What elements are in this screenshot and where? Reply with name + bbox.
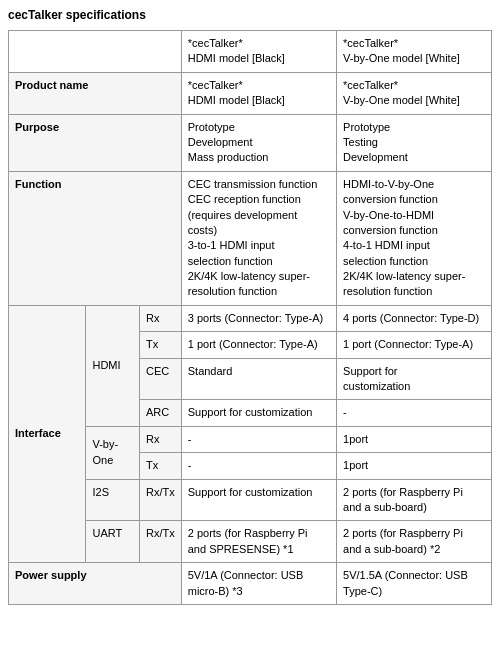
vbyone-rx-model1: - [181,426,336,452]
purpose-label: Purpose [9,114,182,171]
header-model1: *cecTalker* HDMI model [Black] [181,31,336,73]
power-supply-model2: 5V/1.5A (Connector: USB Type-C) [337,563,492,605]
interface-hdmi-rx-row: Interface HDMI Rx 3 ports (Connector: Ty… [9,305,492,331]
uart-group-label: UART [86,521,140,563]
purpose-row: Purpose Prototype Development Mass produ… [9,114,492,171]
vbyone-tx-label: Tx [140,453,182,479]
product-name-model1: *cecTalker* HDMI model [Black] [181,72,336,114]
hdmi-arc-model2: - [337,400,492,426]
vbyone-tx-model1: - [181,453,336,479]
hdmi-arc-model1: Support for customization [181,400,336,426]
power-supply-row: Power supply 5V/1A (Connector: USB micro… [9,563,492,605]
vbyone-tx-model2: 1port [337,453,492,479]
function-label: Function [9,171,182,305]
power-supply-label: Power supply [9,563,182,605]
purpose-model2: Prototype Testing Development [337,114,492,171]
uart-model1: 2 ports (for Raspberry Pi and SPRESENSE)… [181,521,336,563]
header-model2: *cecTalker* V-by-One model [White] [337,31,492,73]
header-row: *cecTalker* HDMI model [Black] *cecTalke… [9,31,492,73]
hdmi-cec-model2: Support for customization [337,358,492,400]
purpose-model1: Prototype Development Mass production [181,114,336,171]
header-empty [9,31,182,73]
hdmi-cec-label: CEC [140,358,182,400]
uart-rxtx-label: Rx/Tx [140,521,182,563]
hdmi-tx-label: Tx [140,332,182,358]
function-model2: HDMI-to-V-by-One conversion function V-b… [337,171,492,305]
hdmi-rx-model2: 4 ports (Connector: Type-D) [337,305,492,331]
i2s-model1: Support for customization [181,479,336,521]
hdmi-rx-label: Rx [140,305,182,331]
i2s-model2: 2 ports (for Raspberry Pi and a sub-boar… [337,479,492,521]
product-name-row: Product name *cecTalker* HDMI model [Bla… [9,72,492,114]
hdmi-arc-label: ARC [140,400,182,426]
hdmi-group-label: HDMI [86,305,140,426]
vbyone-group-label: V-by- One [86,426,140,479]
function-row: Function CEC transmission function CEC r… [9,171,492,305]
specs-table: *cecTalker* HDMI model [Black] *cecTalke… [8,30,492,605]
i2s-rxtx-label: Rx/Tx [140,479,182,521]
hdmi-rx-model1: 3 ports (Connector: Type-A) [181,305,336,331]
page-title: cecTalker specifications [8,8,492,22]
hdmi-tx-model2: 1 port (Connector: Type-A) [337,332,492,358]
uart-model2: 2 ports (for Raspberry Pi and a sub-boar… [337,521,492,563]
product-name-label: Product name [9,72,182,114]
hdmi-cec-model1: Standard [181,358,336,400]
function-model1: CEC transmission function CEC reception … [181,171,336,305]
power-supply-model1: 5V/1A (Connector: USB micro-B) *3 [181,563,336,605]
product-name-model2: *cecTalker* V-by-One model [White] [337,72,492,114]
i2s-group-label: I2S [86,479,140,521]
interface-label: Interface [9,305,86,562]
hdmi-tx-model1: 1 port (Connector: Type-A) [181,332,336,358]
vbyone-rx-model2: 1port [337,426,492,452]
vbyone-rx-label: Rx [140,426,182,452]
